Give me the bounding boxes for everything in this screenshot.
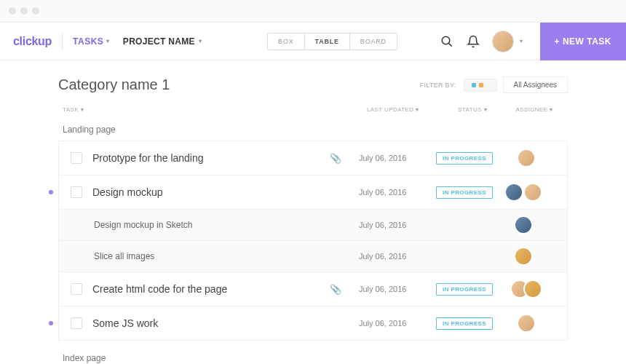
col-status-label: STATUS (458, 106, 482, 113)
task-assignees[interactable] (497, 183, 555, 202)
col-task[interactable]: TASK ▾ (63, 106, 367, 113)
chevron-down-icon: ▾ (106, 38, 110, 44)
task-title: Design mockup (92, 186, 359, 198)
status-badge: IN PROGRESS (436, 186, 493, 199)
col-task-label: TASK (63, 106, 79, 113)
col-status[interactable]: STATUS ▾ (440, 106, 505, 113)
view-box[interactable]: BOX (268, 33, 304, 50)
assignee-avatar (514, 215, 533, 234)
task-status: IN PROGRESS (432, 152, 497, 165)
category-header: Category name 1 FILTER BY: All Assignees (58, 76, 568, 93)
status-badge: IN PROGRESS (436, 152, 493, 165)
task-title: Some JS work (92, 317, 359, 329)
divider (62, 33, 63, 50)
assignee-avatar (517, 314, 536, 333)
task-assignees[interactable] (497, 247, 555, 266)
assignee-avatar (504, 183, 523, 202)
task-date: July 06, 2016 (359, 221, 432, 229)
sort-icon: ▾ (416, 106, 419, 113)
task-title: Prototype for the landing (92, 152, 330, 164)
col-updated-label: LAST UPDATED (367, 106, 414, 113)
project-selector[interactable]: PROJECT NAME ▾ (123, 36, 202, 47)
user-avatar[interactable] (492, 31, 514, 52)
task-groups: Landing pagePrototype for the landing📎Ju… (58, 120, 568, 364)
assignee-avatar (514, 247, 533, 266)
task-row[interactable]: Design mockup in SketchJuly 06, 2016 (58, 209, 568, 241)
task-checkbox[interactable] (71, 317, 82, 329)
bullet-indicator (49, 190, 53, 194)
task-date: July 06, 2016 (359, 285, 432, 293)
new-task-button[interactable]: + NEW TASK (540, 23, 626, 60)
task-date: July 06, 2016 (359, 252, 432, 261)
task-title: Create html code for the page (92, 283, 330, 295)
assignee-avatar (523, 183, 542, 202)
task-title: Design mockup in Sketch (94, 220, 359, 230)
task-status: IN PROGRESS (432, 283, 497, 296)
chevron-down-icon: ▾ (199, 38, 202, 44)
topbar-right: ▾ + NEW TASK (440, 23, 626, 60)
assignee-avatar (523, 280, 542, 298)
task-row[interactable]: Some JS workJuly 06, 2016IN PROGRESS (58, 306, 568, 341)
task-title: Slice all images (94, 251, 359, 261)
status-badge: IN PROGRESS (436, 317, 493, 330)
task-row[interactable]: Slice all imagesJuly 06, 2016 (58, 240, 568, 272)
svg-line-1 (448, 43, 452, 47)
task-assignees[interactable] (497, 280, 555, 298)
color-dot-spacer (486, 83, 489, 87)
task-row[interactable]: Prototype for the landing📎July 06, 2016I… (58, 141, 568, 175)
filter-label: FILTER BY: (420, 82, 456, 89)
task-checkbox[interactable] (71, 186, 82, 198)
col-assignee-label: ASSIGNEE (515, 106, 547, 113)
attachment-icon[interactable]: 📎 (330, 284, 341, 295)
color-filter[interactable] (464, 79, 497, 92)
task-row[interactable]: Design mockupJuly 06, 2016IN PROGRESS (58, 175, 568, 210)
category-title: Category name 1 (58, 76, 170, 93)
assignee-filter[interactable]: All Assignees (503, 76, 568, 93)
color-dot-blue (472, 83, 476, 87)
view-switcher: BOX TABLE BOARD (267, 33, 397, 50)
task-assignees[interactable] (497, 149, 555, 167)
window-controls (0, 0, 626, 23)
color-dot-orange (479, 83, 483, 87)
sort-icon: ▾ (484, 106, 487, 113)
task-row[interactable]: Create html code for the page📎July 06, 2… (58, 272, 568, 306)
search-icon[interactable] (440, 34, 454, 49)
main-content: Category name 1 FILTER BY: All Assignees… (0, 60, 626, 364)
brand-logo: clickup (13, 35, 52, 48)
task-status: IN PROGRESS (432, 186, 497, 199)
status-badge: IN PROGRESS (436, 283, 493, 296)
svg-point-0 (442, 36, 450, 44)
task-status: IN PROGRESS (432, 317, 497, 330)
sort-icon: ▾ (81, 106, 84, 113)
column-headers: TASK ▾ LAST UPDATED ▾ STATUS ▾ ASSIGNEE … (58, 106, 568, 120)
assignee-avatar (517, 149, 536, 167)
group-label: Landing page (58, 120, 568, 141)
topbar: clickup TASKS ▾ PROJECT NAME ▾ BOX TABLE… (0, 23, 626, 60)
attachment-icon[interactable]: 📎 (330, 153, 341, 164)
view-board[interactable]: BOARD (350, 33, 397, 50)
sort-icon: ▾ (550, 106, 552, 113)
task-date: July 06, 2016 (359, 319, 432, 328)
task-checkbox[interactable] (71, 152, 82, 164)
project-label: PROJECT NAME (123, 36, 195, 47)
task-date: July 06, 2016 (359, 188, 432, 197)
nav-tasks-label: TASKS (73, 36, 103, 47)
col-assignee[interactable]: ASSIGNEE ▾ (505, 106, 563, 113)
task-assignees[interactable] (497, 314, 555, 333)
nav-tasks[interactable]: TASKS ▾ (73, 36, 110, 47)
group-label: Index page (58, 349, 568, 364)
chevron-down-icon[interactable]: ▾ (520, 38, 523, 44)
task-assignees[interactable] (497, 215, 555, 234)
task-checkbox[interactable] (71, 283, 82, 295)
task-date: July 06, 2016 (359, 154, 432, 162)
col-updated[interactable]: LAST UPDATED ▾ (367, 106, 440, 113)
bullet-indicator (49, 321, 53, 325)
view-table[interactable]: TABLE (305, 33, 350, 50)
bell-icon[interactable] (466, 34, 480, 49)
